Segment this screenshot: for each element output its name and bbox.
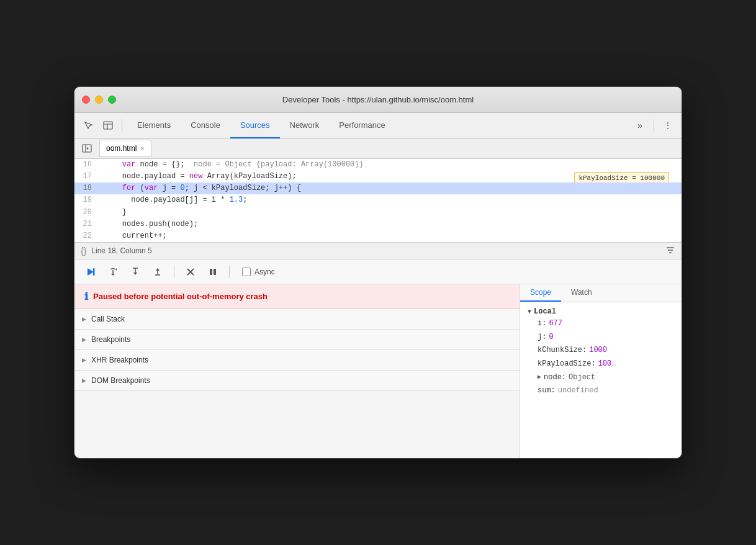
tab-network[interactable]: Network	[280, 113, 330, 138]
main-toolbar: Elements Console Sources Network Perform…	[74, 113, 682, 139]
scope-key-j: j:	[538, 331, 546, 345]
file-tab-oom[interactable]: oom.html ×	[99, 140, 151, 157]
call-stack-header[interactable]: ▶ Call Stack	[74, 309, 520, 329]
svg-rect-6	[667, 247, 674, 248]
dock-icon[interactable]	[99, 117, 117, 134]
call-stack-section: ▶ Call Stack	[74, 309, 520, 330]
filter-icon[interactable]	[665, 245, 675, 255]
scope-local-items: i: 677 j: 0 kChunkSize: 1000 kPayloadSiz…	[528, 317, 677, 398]
svg-marker-5	[87, 147, 89, 150]
xhr-breakpoints-section: ▶ XHR Breakpoints	[74, 350, 520, 371]
scope-item-node[interactable]: ▶ node: Object	[538, 371, 677, 385]
breakpoints-chevron: ▶	[82, 336, 86, 343]
titlebar: Developer Tools - https://ulan.github.io…	[74, 87, 682, 113]
toolbar-divider-1	[122, 119, 122, 132]
toolbar-divider-2	[654, 119, 654, 132]
scope-tab-bar: Scope Watch	[520, 284, 682, 302]
scope-key-node: node:	[544, 371, 566, 385]
svg-marker-13	[111, 274, 115, 276]
breakpoints-section: ▶ Breakpoints	[74, 330, 520, 350]
resume-button[interactable]	[82, 263, 99, 281]
menu-button[interactable]: ⋮	[659, 117, 677, 134]
step-into-button[interactable]	[127, 263, 144, 281]
devtools-window: Developer Tools - https://ulan.github.io…	[74, 86, 682, 459]
scope-local-label: Local	[534, 307, 556, 316]
file-tab-close[interactable]: ×	[140, 145, 144, 152]
code-line-20: 20 }	[74, 207, 682, 218]
scope-key-kchunksize: kChunkSize:	[538, 344, 587, 358]
call-stack-label: Call Stack	[91, 315, 125, 323]
xhr-breakpoints-label: XHR Breakpoints	[91, 356, 148, 364]
scope-val-kpayloadsize: 100…	[598, 358, 616, 371]
breakpoints-label: Breakpoints	[91, 335, 130, 344]
file-tabs-bar: oom.html ×	[74, 139, 682, 159]
status-text: Line 18, Column 5	[91, 246, 151, 255]
scope-local-chevron: ▼	[528, 309, 531, 315]
status-bar-right	[665, 245, 675, 257]
window-title: Developer Tools - https://ulan.github.io…	[282, 95, 474, 104]
svg-rect-22	[210, 269, 212, 275]
close-button[interactable]	[82, 96, 90, 104]
tab-bar: Elements Console Sources Network Perform…	[127, 113, 629, 138]
more-tabs-button[interactable]: »	[631, 117, 649, 134]
minimize-button[interactable]	[95, 96, 103, 104]
code-line-22: 22 current++;	[74, 230, 682, 242]
svg-rect-23	[214, 269, 216, 275]
svg-marker-9	[88, 268, 94, 276]
cursor-icon[interactable]	[79, 117, 97, 134]
code-editor[interactable]: 16 var node = {}; node = Object {payload…	[74, 159, 682, 242]
step-out-button[interactable]	[149, 263, 166, 281]
tab-watch[interactable]: Watch	[561, 284, 602, 302]
async-check: Async	[242, 268, 275, 276]
code-line-19: 19 node.payload[j] = i * 1.3;	[74, 194, 682, 206]
toolbar-more: » ⋮	[631, 117, 677, 134]
dom-breakpoints-header[interactable]: ▶ DOM Breakpoints	[74, 371, 520, 390]
tab-elements[interactable]: Elements	[127, 113, 181, 138]
breakpoints-header[interactable]: ▶ Breakpoints	[74, 330, 520, 349]
scope-node-chevron: ▶	[538, 372, 541, 383]
scope-val-sum: undefined	[558, 384, 598, 398]
sidebar-toggle[interactable]	[79, 141, 94, 156]
code-line-17: 17 node.payload = new Array(kPayloadSize…	[74, 171, 682, 182]
code-line-16: 16 var node = {}; node = Object {payload…	[74, 159, 682, 171]
scope-val-i: 677	[549, 317, 562, 331]
pause-button[interactable]	[204, 263, 222, 281]
svg-marker-11	[115, 268, 117, 271]
tab-scope[interactable]: Scope	[520, 284, 561, 302]
svg-rect-8	[669, 252, 672, 253]
scope-val-kchunksize: 1000	[589, 344, 607, 358]
scope-content: ▼ Local i: 677 j: 0 kChunkSize: 1000	[520, 302, 682, 458]
scope-local-section[interactable]: ▼ Local	[528, 307, 677, 316]
file-tab-name: oom.html	[106, 144, 137, 153]
warning-banner: ℹ Paused before potential out-of-memory …	[74, 284, 520, 309]
maximize-button[interactable]	[108, 96, 116, 104]
call-stack-chevron: ▶	[82, 316, 86, 322]
scope-key-i: i:	[538, 317, 546, 331]
scope-item-kchunksize: kChunkSize: 1000	[538, 344, 677, 358]
code-line-21: 21 nodes.push(node);	[74, 218, 682, 230]
tab-console[interactable]: Console	[181, 113, 230, 138]
tab-performance[interactable]: Performance	[329, 113, 395, 138]
debug-divider-2	[229, 266, 230, 278]
scope-item-i: i: 677	[538, 317, 677, 331]
scope-key-sum: sum:	[538, 384, 556, 398]
scope-val-node: Object	[569, 371, 595, 385]
async-label: Async	[254, 268, 275, 276]
dom-breakpoints-section: ▶ DOM Breakpoints	[74, 371, 520, 391]
left-panel: ℹ Paused before potential out-of-memory …	[74, 284, 520, 458]
scope-item-j: j: 0	[538, 331, 677, 345]
svg-rect-0	[104, 122, 112, 129]
scope-key-kpayloadsize: kPayloadSize:	[538, 358, 596, 371]
dom-breakpoints-chevron: ▶	[82, 377, 86, 384]
deactivate-breakpoints-button[interactable]	[182, 263, 199, 281]
svg-marker-18	[156, 268, 160, 271]
info-icon: ℹ	[84, 291, 88, 302]
tab-sources[interactable]: Sources	[230, 113, 280, 138]
scope-item-sum: sum: undefined	[538, 384, 677, 398]
scope-item-kpayloadsize: kPayloadSize: 100…	[538, 358, 677, 371]
xhr-breakpoints-header[interactable]: ▶ XHR Breakpoints	[74, 350, 520, 370]
async-checkbox[interactable]	[242, 268, 251, 276]
step-over-button[interactable]	[104, 263, 122, 281]
code-line-18: 18 for (var j = 0; j < kPayloadSize; j++…	[74, 182, 682, 194]
right-panel: Scope Watch ▼ Local i: 677 j: 0	[520, 284, 682, 458]
